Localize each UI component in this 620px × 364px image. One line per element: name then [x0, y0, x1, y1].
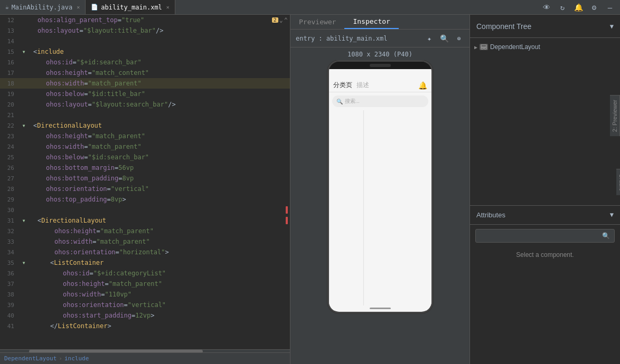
table-row: 33 ohos:width="match_parent" — [0, 236, 290, 247]
component-tree-collapse-icon[interactable]: ▼ — [610, 23, 614, 30]
attributes-collapse-icon[interactable]: ▼ — [610, 211, 614, 218]
gutter-fold-15[interactable]: ▾ — [18, 48, 29, 55]
code-content[interactable]: ohos:width="match_parent" — [29, 143, 277, 150]
code-content[interactable]: ohos:start_padding=12vp> — [29, 312, 277, 319]
list-item[interactable]: ▶ DependentLayout — [470, 42, 620, 52]
code-content[interactable]: ohos:height="match_parent" — [29, 280, 277, 288]
code-content[interactable]: ohos:orientation="vertical" — [29, 301, 277, 309]
code-content[interactable]: ohos:align_parent_top="true" — [29, 16, 277, 24]
code-content[interactable]: ohos:height="match_parent" — [29, 132, 277, 140]
refresh-icon[interactable]: ↻ — [557, 2, 568, 13]
tree-expand-arrow[interactable]: ▶ — [474, 44, 477, 50]
tab-main-java[interactable]: ☕ MainAbility.java ✕ — [0, 0, 86, 14]
breadcrumb-item-1[interactable]: DependentLayout — [4, 355, 57, 362]
line-number: 13 — [0, 27, 18, 34]
table-row: 32 ohos:height="match_parent" — [0, 226, 290, 236]
minimize-icon[interactable]: — — [604, 2, 616, 13]
line-number: 12 — [0, 17, 18, 24]
warn-badge: 2 — [272, 17, 278, 23]
attributes-header: Attributes ▼ — [470, 206, 620, 225]
table-row: 39 ohos:orientation="vertical" — [0, 300, 290, 310]
line-number: 32 — [0, 228, 18, 235]
code-content[interactable]: <ListContainer — [29, 259, 277, 266]
code-content[interactable]: ohos:top_padding=8vp> — [29, 196, 277, 203]
code-content[interactable]: <DirectionalLayout — [29, 217, 277, 224]
tab-main-java-close[interactable]: ✕ — [77, 4, 80, 10]
search-icon: 🔍 — [602, 232, 610, 240]
line-indicators — [277, 217, 290, 224]
gutter-fold-35[interactable]: ▾ — [18, 259, 29, 266]
device-label: 1080 x 2340 (P40) — [290, 47, 469, 60]
code-content[interactable]: ohos:width="match_parent" — [29, 80, 277, 87]
zoom-out-icon[interactable]: 🔍 — [439, 33, 449, 44]
attribute-search-input[interactable] — [480, 233, 602, 239]
code-content[interactable]: <include — [29, 48, 277, 55]
previewer-side-tab[interactable]: 2: Previewer — [610, 95, 620, 136]
tree-item-label: DependentLayout — [490, 43, 540, 51]
phone-side-button — [432, 104, 433, 120]
line-number: 31 — [0, 217, 18, 224]
gutter-fold-22[interactable]: ▾ — [18, 122, 29, 129]
code-content[interactable]: ohos:orientation="vertical" — [29, 185, 277, 193]
code-content[interactable]: ohos:below="$id:title_bar" — [29, 90, 277, 98]
collapse-icon[interactable]: ⌃ — [284, 16, 288, 24]
breadcrumb-item-2[interactable]: include — [64, 355, 89, 362]
code-content[interactable]: ohos:id="$+id:categoryList" — [29, 270, 277, 277]
phone-notch — [329, 62, 431, 69]
tab-ability-xml[interactable]: 📄 ability_main.xml ✕ — [86, 0, 175, 14]
tab-main-java-label: MainAbility.java — [12, 4, 73, 11]
phone-notch-dot — [370, 64, 391, 67]
line-number: 17 — [0, 70, 18, 76]
code-content[interactable]: ohos:below="$id:search_bar" — [29, 154, 277, 161]
table-row: 20 ohos:layout="$layout:search_bar"/> — [0, 99, 290, 110]
table-row: 35 ▾ <ListContainer — [0, 257, 290, 268]
code-content[interactable]: ohos:layout="$layout:search_bar"/> — [29, 101, 277, 108]
tab-ability-xml-close[interactable]: ✕ — [166, 4, 170, 10]
table-row: 37 ohos:height="match_parent" — [0, 279, 290, 289]
code-content[interactable]: ohos:id="$+id:search_bar" — [29, 59, 277, 66]
table-row: 25 ohos:below="$id:search_bar" — [0, 152, 290, 162]
code-content[interactable]: ohos:bottom_padding=8vp — [29, 175, 277, 182]
code-content[interactable]: </ListContainer> — [29, 322, 277, 330]
line-number: 19 — [0, 91, 18, 98]
code-editor: 12 ohos:align_parent_top="true" 2 ⌄ ⌃ 13… — [0, 15, 290, 364]
code-content[interactable]: ohos:width="110vp" — [29, 291, 277, 298]
line-number: 29 — [0, 196, 18, 203]
component-tree-header: Component Tree ▼ — [470, 15, 620, 38]
line-number: 33 — [0, 238, 18, 245]
table-row: 21 — [0, 110, 290, 120]
layout-icon — [480, 44, 488, 50]
sparks-icon[interactable]: ✦ — [424, 33, 435, 44]
gutter-fold-31[interactable]: ▾ — [18, 217, 29, 224]
phone-search-bar: 🔍 搜索... — [332, 95, 428, 107]
line-number: 37 — [0, 281, 18, 288]
expand-icon[interactable]: ⌄ — [279, 16, 283, 24]
tab-previewer[interactable]: Previewer — [290, 15, 344, 29]
code-content[interactable]: ohos:orientation="horizontal"> — [29, 248, 277, 256]
gradle-side-label[interactable]: Gradle — [616, 169, 620, 195]
table-row: 34 ohos:orientation="horizontal"> — [0, 247, 290, 257]
code-content[interactable]: ohos:height="match_content" — [29, 69, 277, 76]
phone-screen: 分类页 描述 🔔 🔍 搜索... — [329, 69, 431, 312]
attributes-section: Attributes ▼ 🔍 Select a component. — [470, 206, 620, 365]
right-panel: Component Tree ▼ ▶ DependentLayout Attri… — [470, 15, 620, 364]
code-content[interactable]: <DirectionalLayout — [29, 122, 277, 129]
code-content[interactable]: ohos:width="match_parent" — [29, 238, 277, 245]
code-content[interactable]: ohos:bottom_margin=56vp — [29, 164, 277, 171]
code-content[interactable]: ohos:height="match_parent" — [29, 227, 277, 235]
top-right-toolbar: 👁 ↻ 🔔 ⚙ — — [541, 2, 620, 13]
line-number: 28 — [0, 186, 18, 193]
zoom-in-icon[interactable]: ⊕ — [454, 33, 464, 44]
attribute-search-box[interactable]: 🔍 — [475, 229, 615, 243]
eye-icon[interactable]: 👁 — [541, 2, 552, 13]
previewer-panel: Previewer Inspector entry : ability_main… — [290, 15, 470, 364]
code-content[interactable]: ohos:layout="$layout:title_bar"/> — [29, 27, 277, 34]
tab-inspector[interactable]: Inspector — [344, 15, 398, 29]
previewer-toolbar: entry : ability_main.xml ✦ 🔍 ⊕ — [290, 30, 469, 47]
line-indicators — [277, 206, 290, 214]
table-row: 30 — [0, 205, 290, 215]
settings-icon[interactable]: ⚙ — [588, 2, 600, 13]
bell-icon[interactable]: 🔔 — [572, 2, 584, 13]
table-row: 22 ▾ <DirectionalLayout — [0, 120, 290, 131]
svg-rect-1 — [481, 47, 483, 49]
